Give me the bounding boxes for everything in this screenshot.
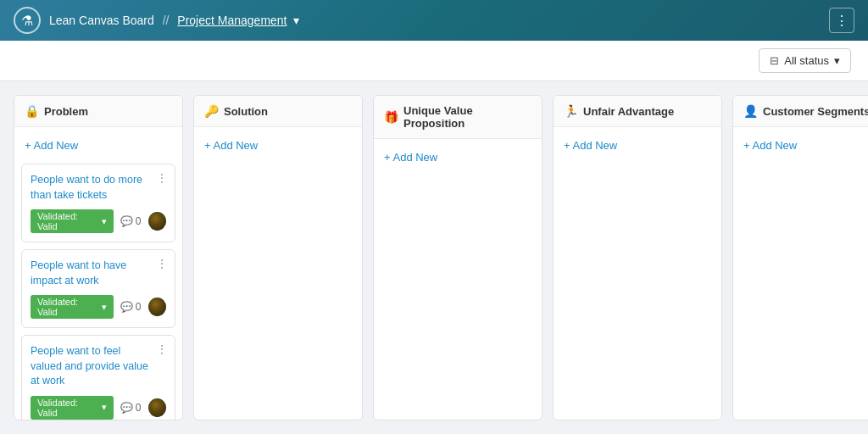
column-title-solution: Solution (224, 105, 268, 118)
comment-icon: 💬 (120, 215, 133, 227)
filter-label: All status (784, 54, 829, 67)
avatar-problem-1 (148, 298, 166, 316)
card-footer-problem-1: Validated: Valid ▾ 💬 0 (31, 295, 166, 319)
validated-badge-problem-2[interactable]: Validated: Valid ▾ (31, 396, 114, 420)
filter-dropdown-icon: ▾ (834, 54, 840, 67)
card-title-problem-2[interactable]: People want to feel valued and provide v… (31, 344, 166, 389)
column-title-unfair-advantage: Unfair Advantage (583, 105, 674, 118)
kanban-board: 🔒 Problem + Add New ⋮ People want to do … (0, 81, 868, 434)
add-new-solution[interactable]: + Add New (201, 134, 355, 157)
column-body-unique-value-proposition: + Add New (374, 139, 542, 420)
validated-badge-problem-1[interactable]: Validated: Valid ▾ (31, 295, 114, 319)
card-title-problem-1[interactable]: People want to have impact at work (31, 259, 166, 288)
column-header-problem: 🔒 Problem (14, 96, 182, 127)
comment-number: 0 (136, 215, 142, 227)
column-unfair-advantage: 🏃 Unfair Advantage + Add New (553, 95, 722, 420)
comment-number: 0 (136, 301, 142, 313)
header-menu-button[interactable]: ⋮ (829, 8, 854, 33)
header-left: ⚗ Lean Canvas Board // Project Managemen… (14, 7, 299, 34)
card-menu-problem-2[interactable]: ⋮ (156, 342, 168, 356)
card-footer-problem-0: Validated: Valid ▾ 💬 0 (31, 209, 166, 233)
card-menu-problem-1[interactable]: ⋮ (156, 257, 168, 270)
column-title-customer-segments: Customer Segments (763, 105, 868, 118)
comment-number: 0 (136, 402, 142, 414)
card-footer-problem-2: Validated: Valid ▾ 💬 0 (31, 396, 166, 420)
badge-arrow: ▾ (102, 216, 107, 227)
column-header-unique-value-proposition: 🎁 Unique Value Proposition (374, 96, 542, 139)
card-problem-2: ⋮ People want to feel valued and provide… (21, 335, 175, 420)
avatar-image (148, 398, 166, 417)
filter-button[interactable]: ⊟ All status ▾ (759, 48, 851, 73)
card-problem-1: ⋮ People want to have impact at work Val… (21, 249, 175, 328)
column-icon-problem: 🔒 (25, 104, 39, 118)
comment-icon: 💬 (120, 301, 133, 313)
badge-arrow: ▾ (102, 402, 107, 413)
column-unique-value-proposition: 🎁 Unique Value Proposition + Add New (373, 95, 542, 420)
app-name: Lean Canvas Board (49, 14, 154, 27)
header-title: Lean Canvas Board // Project Management … (49, 14, 299, 27)
column-icon-unique-value-proposition: 🎁 (384, 110, 398, 124)
validated-badge-problem-0[interactable]: Validated: Valid ▾ (31, 209, 114, 233)
project-dropdown-arrow[interactable]: ▾ (293, 14, 299, 27)
column-icon-solution: 🔑 (204, 104, 219, 118)
column-title-problem: Problem (44, 105, 88, 118)
app-logo: ⚗ (14, 7, 41, 34)
avatar-problem-2 (148, 398, 166, 417)
column-body-solution: + Add New (194, 127, 362, 420)
add-new-customer-segments[interactable]: + Add New (740, 134, 868, 157)
column-header-solution: 🔑 Solution (194, 96, 362, 127)
column-body-problem: + Add New ⋮ People want to do more than … (14, 127, 182, 420)
column-body-unfair-advantage: + Add New (554, 127, 721, 420)
add-new-unique-value-proposition[interactable]: + Add New (381, 146, 535, 169)
filter-icon: ⊟ (770, 54, 779, 67)
comment-count-problem-1: 💬 0 (120, 301, 142, 313)
project-name-link[interactable]: Project Management (177, 14, 287, 27)
column-icon-unfair-advantage: 🏃 (564, 104, 578, 118)
card-title-problem-0[interactable]: People want to do more than take tickets (31, 173, 166, 203)
comment-count-problem-2: 💬 0 (120, 402, 142, 414)
add-new-problem[interactable]: + Add New (21, 134, 175, 157)
avatar-problem-0 (148, 212, 166, 231)
column-header-customer-segments: 👤 Customer Segments (733, 96, 868, 127)
card-menu-problem-0[interactable]: ⋮ (156, 171, 168, 185)
app-header: ⚗ Lean Canvas Board // Project Managemen… (0, 0, 868, 41)
add-new-unfair-advantage[interactable]: + Add New (560, 134, 715, 157)
column-icon-customer-segments: 👤 (743, 104, 758, 118)
avatar-image (148, 212, 166, 231)
column-body-customer-segments: + Add New (733, 127, 868, 420)
badge-arrow: ▾ (102, 302, 107, 313)
avatar-image (148, 298, 166, 316)
header-separator: // (163, 14, 173, 27)
column-solution: 🔑 Solution + Add New (193, 95, 363, 420)
card-problem-0: ⋮ People want to do more than take ticke… (21, 164, 175, 242)
column-title-unique-value-proposition: Unique Value Proposition (403, 104, 531, 130)
comment-icon: 💬 (120, 402, 133, 414)
column-problem: 🔒 Problem + Add New ⋮ People want to do … (14, 95, 183, 420)
column-header-unfair-advantage: 🏃 Unfair Advantage (554, 96, 721, 127)
comment-count-problem-0: 💬 0 (120, 215, 142, 227)
toolbar: ⊟ All status ▾ (0, 41, 868, 81)
column-customer-segments: 👤 Customer Segments + Add New (732, 95, 868, 420)
